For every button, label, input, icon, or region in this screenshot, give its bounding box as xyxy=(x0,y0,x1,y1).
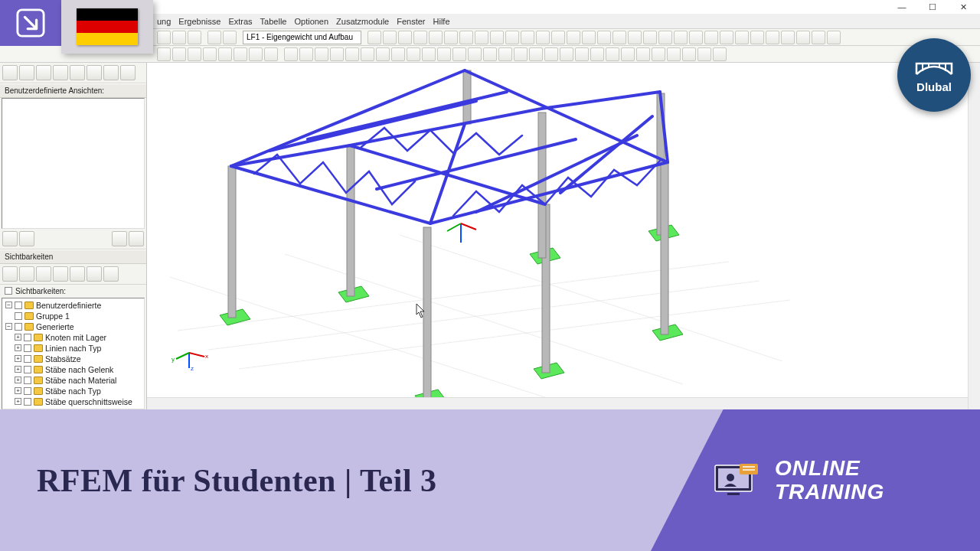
checkbox-icon[interactable] xyxy=(24,334,31,341)
toolbar-button[interactable] xyxy=(505,31,519,44)
toolbar-button[interactable] xyxy=(560,47,573,61)
toolbar-button[interactable] xyxy=(468,47,482,61)
views-list[interactable] xyxy=(2,98,145,229)
toolbar-button[interactable] xyxy=(172,31,186,44)
window-maximize-button[interactable]: ☐ xyxy=(917,0,948,14)
toolbar-button[interactable] xyxy=(383,31,397,44)
window-close-button[interactable]: ✕ xyxy=(948,0,978,14)
tree-item[interactable]: +Knoten mit Lager xyxy=(5,332,141,343)
tree-item[interactable]: +Stäbe nach Gelenk xyxy=(5,364,141,375)
tree-item[interactable]: +Stabsätze xyxy=(5,354,141,364)
expand-icon[interactable]: + xyxy=(15,344,21,351)
tree-item[interactable]: +Stäbe nach Material xyxy=(5,375,141,386)
toolbar-button[interactable] xyxy=(682,47,696,61)
toolbar-button[interactable] xyxy=(188,47,201,61)
toolbar-button[interactable] xyxy=(536,31,550,44)
toolbar-button[interactable] xyxy=(658,31,672,44)
panel-button[interactable] xyxy=(53,266,68,282)
toolbar-button[interactable] xyxy=(490,31,504,44)
tree-item[interactable]: −Generierte xyxy=(5,321,141,332)
expand-icon[interactable]: + xyxy=(15,366,21,373)
toolbar-button[interactable] xyxy=(203,47,217,61)
toolbar-button[interactable] xyxy=(437,47,451,61)
toolbar-button[interactable] xyxy=(299,47,313,61)
toolbar-button[interactable] xyxy=(422,47,436,61)
toolbar-button[interactable] xyxy=(674,31,688,44)
panel-button[interactable] xyxy=(19,65,34,80)
checkbox-icon[interactable] xyxy=(15,323,22,331)
toolbar-button[interactable] xyxy=(483,47,497,61)
panel-button[interactable] xyxy=(103,266,119,282)
expand-icon[interactable]: + xyxy=(15,398,21,405)
checkbox-icon[interactable] xyxy=(15,312,22,320)
toolbar-button[interactable] xyxy=(398,31,412,44)
toolbar-button[interactable] xyxy=(157,31,171,44)
toolbar-button[interactable] xyxy=(606,47,619,61)
panel-button[interactable] xyxy=(2,231,18,246)
toolbar-button[interactable] xyxy=(459,31,473,44)
checkbox-icon[interactable] xyxy=(15,302,22,309)
toolbar-button[interactable] xyxy=(207,31,221,44)
toolbar-button[interactable] xyxy=(697,47,711,61)
toolbar-button[interactable] xyxy=(575,47,589,61)
panel-button[interactable] xyxy=(112,231,127,246)
expand-icon[interactable]: + xyxy=(15,377,21,383)
menu-item[interactable]: Zusatzmodule xyxy=(336,17,389,26)
panel-button[interactable] xyxy=(103,65,119,80)
checkbox-icon[interactable] xyxy=(24,355,31,363)
toolbar-button[interactable] xyxy=(781,31,795,44)
toolbar-button[interactable] xyxy=(567,31,580,44)
collapse-icon[interactable]: − xyxy=(5,302,12,308)
toolbar-button[interactable] xyxy=(652,47,665,61)
toolbar-button[interactable] xyxy=(498,47,512,61)
toolbar-button[interactable] xyxy=(172,47,186,61)
panel-button[interactable] xyxy=(2,266,18,282)
toolbar-button[interactable] xyxy=(812,31,825,44)
toolbar-button[interactable] xyxy=(643,31,657,44)
panel-button[interactable] xyxy=(19,231,34,246)
tree-item[interactable]: +Stäbe querschnittsweise xyxy=(5,396,141,407)
toolbar-button[interactable] xyxy=(330,47,344,61)
checkbox-icon[interactable] xyxy=(5,287,12,295)
load-case-dropdown[interactable]: LF1 - Eigengewicht und Aufbau xyxy=(243,31,361,44)
scrollbar-horizontal[interactable] xyxy=(147,397,968,409)
toolbar-button[interactable] xyxy=(612,31,626,44)
checkbox-icon[interactable] xyxy=(24,366,31,373)
toolbar-button[interactable] xyxy=(157,47,171,61)
toolbar-button[interactable] xyxy=(361,47,374,61)
toolbar-button[interactable] xyxy=(621,47,635,61)
toolbar-button[interactable] xyxy=(628,31,642,44)
panel-button[interactable] xyxy=(129,231,144,246)
tree-item[interactable]: Gruppe 1 xyxy=(5,311,141,321)
toolbar-button[interactable] xyxy=(444,31,458,44)
toolbar-button[interactable] xyxy=(368,31,381,44)
toolbar-button[interactable] xyxy=(667,47,681,61)
visibility-tree[interactable]: −Benutzerdefinierte Gruppe 1 −Generierte… xyxy=(2,298,145,409)
panel-button[interactable] xyxy=(70,266,85,282)
menu-item[interactable]: Hilfe xyxy=(433,17,450,26)
expand-icon[interactable]: + xyxy=(15,334,21,341)
panel-button[interactable] xyxy=(87,266,102,282)
expand-icon[interactable]: + xyxy=(15,387,21,394)
toolbar-button[interactable] xyxy=(735,31,749,44)
menu-item[interactable]: Extras xyxy=(228,17,252,26)
toolbar-button[interactable] xyxy=(413,31,427,44)
toolbar-button[interactable] xyxy=(590,47,604,61)
panel-button[interactable] xyxy=(53,65,68,80)
model-viewport[interactable]: z x y xyxy=(147,63,980,409)
toolbar-button[interactable] xyxy=(521,31,534,44)
panel-button[interactable] xyxy=(70,65,85,80)
menu-item[interactable]: ung xyxy=(157,17,171,26)
toolbar-button[interactable] xyxy=(407,47,420,61)
toolbar-button[interactable] xyxy=(264,47,278,61)
toolbar-button[interactable] xyxy=(720,31,733,44)
toolbar-button[interactable] xyxy=(582,31,596,44)
toolbar-button[interactable] xyxy=(376,47,390,61)
checkbox-icon[interactable] xyxy=(24,344,31,352)
toolbar-button[interactable] xyxy=(429,31,443,44)
panel-button[interactable] xyxy=(2,65,18,80)
tree-item[interactable]: +Stäbe nach Typ xyxy=(5,386,141,396)
toolbar-button[interactable] xyxy=(704,31,718,44)
toolbar-button[interactable] xyxy=(750,31,764,44)
window-minimize-button[interactable]: — xyxy=(887,0,917,14)
